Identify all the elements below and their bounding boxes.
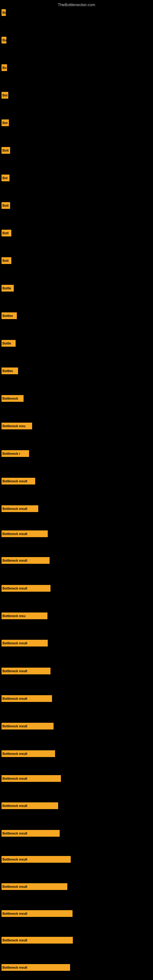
bar-item: Bottleneck resu (2, 612, 48, 619)
bar-label: Bottleneck result (2, 885, 27, 888)
bar-label: Bot (2, 121, 8, 125)
bar-item: Bottleneck result (2, 856, 71, 863)
bar-label: Bottleneck result (2, 480, 27, 483)
bar-label: Bo (2, 38, 6, 42)
bar-label: Bottleneck (2, 397, 18, 400)
bar-item: Bott (2, 202, 10, 209)
bar-item: Bottleneck (2, 395, 24, 402)
bar-label: Bot (2, 177, 8, 180)
bar-item: Bottleneck result (2, 723, 54, 730)
bar-item: Bottlen (2, 312, 17, 319)
bar-item: Bottleneck result (2, 557, 49, 564)
bar-item: Bot (2, 92, 8, 99)
bar-label: Bottleneck result (2, 752, 27, 756)
bar-item: Bottleneck result (2, 775, 61, 782)
bar-item: Bottleneck result (2, 505, 38, 512)
bar-item: Bottlen (2, 368, 18, 374)
bar-label: Bottleneck result (2, 559, 27, 562)
bar-label: Bottleneck result (2, 697, 27, 700)
bar-label: Bottleneck result (2, 532, 27, 536)
bar-item: Bottleneck result (2, 910, 73, 917)
bar-label: Bottle (2, 342, 11, 345)
bar-label: Bott (2, 149, 9, 152)
bar-label: Bo (2, 66, 6, 70)
bar-item: Bot (2, 119, 9, 126)
bar-item: Bottleneck r (2, 450, 29, 457)
bar-item: Bott (2, 230, 11, 236)
bar-label: Bott (2, 204, 9, 207)
bar-item: Bottleneck result (2, 883, 67, 890)
bar-item: Bo (2, 9, 6, 16)
bar-label: Bottle (2, 286, 11, 290)
bar-label: Bottleneck result (2, 507, 27, 511)
bar-item: Bottleneck resu (2, 423, 32, 430)
bar-label: Bottleneck result (2, 939, 27, 942)
bar-label: Bottleneck resu (2, 614, 26, 618)
bar-item: Bo (2, 37, 6, 43)
bar-item: Bottleneck result (2, 937, 73, 943)
bar-label: Bo (2, 11, 6, 14)
bar-item: Bottleneck result (2, 750, 55, 757)
bar-label: Bottleneck result (2, 912, 27, 915)
bar-label: Bottleneck resu (2, 425, 26, 428)
bar-item: Bottle (2, 285, 14, 291)
site-title: TheBottlenecker.com (58, 2, 95, 7)
bar-label: Bottleneck r (2, 452, 20, 455)
bar-item: Bo (2, 64, 7, 71)
bar-label: Bottleneck result (2, 804, 27, 808)
bar-label: Bottlen (2, 314, 13, 318)
bar-label: Bottleneck result (2, 777, 27, 780)
bar-label: Bottlen (2, 369, 13, 373)
bar-label: Bottleneck result (2, 670, 27, 673)
bar-item: Bottleneck result (2, 478, 35, 485)
bar-item: Bottleneck result (2, 830, 60, 837)
bar-label: Bottleneck result (2, 832, 27, 835)
bar-item: Bottleneck result (2, 695, 52, 702)
bar-label: Bottleneck result (2, 858, 27, 861)
bar-label: Bottleneck result (2, 587, 27, 590)
bar-label: Bott (2, 259, 9, 262)
bar-item: Bottleneck result (2, 585, 51, 592)
bar-label: Bot (2, 94, 8, 97)
bar-item: Bottleneck result (2, 802, 58, 809)
bar-label: Bottleneck result (2, 966, 27, 969)
bar-item: Bott (2, 147, 10, 154)
bar-label: Bottleneck result (2, 641, 27, 645)
bar-label: Bottleneck result (2, 725, 27, 728)
bar-item: Bottleneck result (2, 530, 48, 537)
bar-item: Bottleneck result (2, 668, 51, 675)
bar-item: Bot (2, 175, 10, 181)
bar-item: Bottle (2, 340, 16, 347)
bar-item: Bott (2, 257, 11, 264)
bar-item: Bottleneck result (2, 964, 70, 971)
bar-label: Bott (2, 232, 9, 235)
bar-item: Bottleneck result (2, 640, 48, 646)
